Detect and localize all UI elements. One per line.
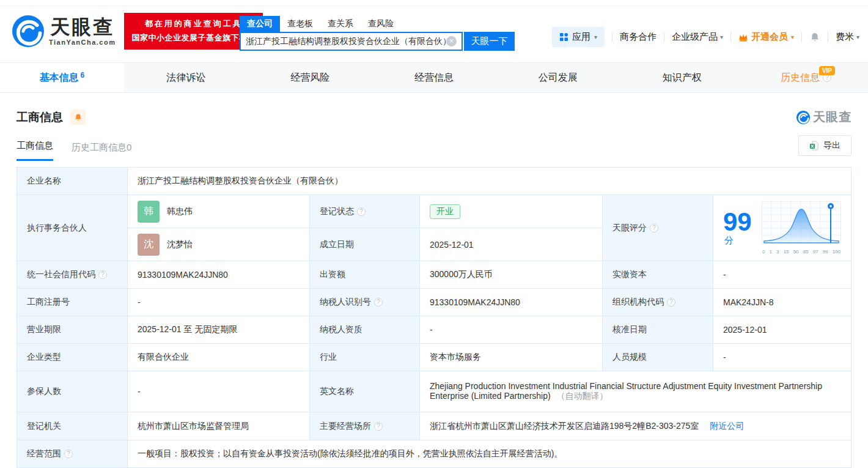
english-name-cell: Zhejiang Production Investment Industria… [420, 371, 851, 412]
score-label-cell: 天眼评分 ? [603, 195, 713, 261]
partner-cell: 沈 沈梦怡 [128, 228, 310, 261]
insured-value: - [128, 371, 310, 412]
vip-badge: VIP [819, 66, 835, 75]
app-grid-icon [559, 32, 568, 42]
excel-icon [809, 141, 819, 150]
search-tab-boss[interactable]: 查老板 [280, 16, 320, 32]
status-badge: 开业 [430, 204, 460, 219]
nav-divider [828, 32, 828, 42]
tab-count-badge: 6 [81, 71, 85, 80]
scope-label-cell: 经营范围 ? [17, 440, 128, 468]
english-name-value: Zhejiang Production Investment Industria… [430, 381, 822, 401]
table-row: 营业期限 2025-12-01 至 无固定期限 纳税人资质 - 核准日期 202… [17, 316, 851, 344]
slogan-line1: 都在用的商业查询工具 [131, 17, 256, 31]
clear-search-icon[interactable]: × [446, 36, 457, 46]
help-icon[interactable]: ? [64, 450, 73, 458]
partner-name[interactable]: 韩忠伟 [167, 206, 193, 217]
help-icon[interactable]: ? [374, 422, 383, 431]
taxpayer-id-label-cell: 纳税人识别号 ? [310, 289, 420, 316]
tianyancha-logo-icon [796, 111, 810, 124]
score-number: 99分 [723, 209, 753, 247]
tab-intellectual-property[interactable]: 知识产权 [620, 63, 744, 92]
subtab-business-info[interactable]: 工商信息 [17, 140, 53, 161]
apps-menu-button[interactable]: 应用 ▾ [552, 27, 605, 47]
table-row: 企业名称 浙江产投工融结构调整股权投资合伙企业（有限合伙） [17, 168, 851, 195]
taxpayer-id-value: 91330109MAK24JJN80 [420, 289, 603, 316]
score-value-cell: 99分 [713, 195, 851, 261]
table-row: 统一社会信用代码 ? 91330109MAK24JJN80 出资额 300000… [17, 261, 851, 289]
nav-divider [801, 32, 802, 42]
credit-code-label: 统一社会信用代码 [27, 269, 95, 280]
search-button[interactable]: 天眼一下 [464, 32, 515, 51]
search-box: × [240, 32, 463, 51]
help-icon[interactable]: ? [667, 298, 675, 306]
avatar[interactable]: 韩 [138, 201, 160, 223]
taxpayer-quality-value: - [420, 316, 603, 344]
chart-x-ticks: 01 315 5085 9799 100 [762, 249, 841, 254]
business-term-label: 营业期限 [17, 316, 128, 344]
tab-legal-lawsuits[interactable]: 法律诉讼 [124, 63, 248, 92]
top-divider [0, 0, 868, 6]
approval-date-label: 核准日期 [603, 316, 713, 344]
org-code-label-cell: 组织机构代码 ? [603, 289, 713, 316]
chevron-down-icon: ▾ [594, 34, 597, 40]
status-value-cell: 开业 [420, 195, 603, 228]
chevron-down-icon: ▾ [856, 34, 859, 40]
staff-size-value: - [713, 344, 851, 371]
scope-value: 一般项目：股权投资；以自有资金从事投资活动(除依法须经批准的项目外，凭营业执照依… [128, 440, 851, 468]
taxpayer-quality-label: 纳税人资质 [310, 316, 420, 344]
nav-enterprise-products[interactable]: 企业级产品 ▾ [672, 31, 723, 43]
top-nav: 应用 ▾ 商务合作 企业级产品 ▾ 开通会员 ▾ 费米 [552, 27, 859, 47]
tianyancha-logo-icon [12, 15, 44, 47]
help-icon[interactable]: ? [650, 224, 658, 232]
avatar[interactable]: 沈 [138, 234, 160, 256]
score-label: 天眼评分 [612, 223, 647, 234]
notification-bell-button[interactable] [809, 32, 820, 43]
export-button[interactable]: 导出 [798, 135, 851, 156]
search-input[interactable] [246, 37, 446, 46]
business-term-value: 2025-12-01 至 无固定期限 [128, 316, 310, 344]
search-tab-relation[interactable]: 查关系 [320, 16, 361, 32]
tab-basic-info[interactable]: 基本信息 6 [0, 63, 124, 92]
partner-name[interactable]: 沈梦怡 [167, 239, 193, 250]
table-row: 工商注册号 - 纳税人识别号 ? 91330109MAK24JJN80 组织机构… [17, 289, 851, 316]
help-icon[interactable]: ? [357, 207, 366, 216]
nearby-companies-link[interactable]: 附近公司 [710, 421, 744, 431]
business-info-table: 企业名称 浙江产投工融结构调整股权投资合伙企业（有限合伙） 执行事务合伙人 韩 … [17, 167, 851, 468]
site-logo[interactable]: 天眼查 TianYanCha.com [12, 15, 116, 47]
company-name-value: 浙江产投工融结构调整股权投资合伙企业（有限合伙） [128, 168, 851, 195]
nav-divider [612, 32, 612, 42]
help-icon[interactable]: ? [98, 270, 107, 279]
partner-cell: 韩 韩忠伟 [128, 195, 310, 228]
registry-label: 登记机关 [17, 412, 128, 440]
tab-operating-risk[interactable]: 经营风险 [248, 63, 372, 92]
tab-history-info[interactable]: VIP 历史信息 ? [744, 63, 868, 92]
address-label: 主要经营场所 [320, 421, 371, 432]
credit-code-label-cell: 统一社会信用代码 ? [17, 261, 128, 289]
user-menu[interactable]: 费米 ▾ [836, 31, 859, 43]
search-tab-company[interactable]: 查公司 [240, 16, 280, 32]
help-icon[interactable]: ? [374, 298, 383, 306]
monitor-bell-button[interactable] [70, 110, 86, 125]
bell-icon [809, 32, 820, 43]
chevron-down-icon: ▾ [720, 34, 723, 40]
open-vip-button[interactable]: 开通会员 ▾ [738, 31, 794, 43]
chevron-down-icon: ▾ [791, 34, 794, 40]
export-label: 导出 [823, 140, 840, 151]
business-info-section: 工商信息 天眼查 工商信息 历史工商信息0 导出 [0, 109, 868, 468]
search-tab-risk[interactable]: 查风险 [361, 16, 401, 32]
established-label: 成立日期 [310, 228, 420, 261]
org-code-label: 组织机构代码 [612, 297, 664, 308]
nav-business-cooperation[interactable]: 商务合作 [620, 31, 657, 43]
username: 费米 [836, 31, 854, 43]
subtab-row: 工商信息 历史工商信息0 导出 [17, 140, 851, 161]
table-row: 经营范围 ? 一般项目：股权投资；以自有资金从事投资活动(除依法须经批准的项目外… [17, 440, 851, 468]
subtab-history-business-info[interactable]: 历史工商信息0 [72, 142, 131, 161]
tab-operating-info[interactable]: 经营信息 [372, 63, 496, 92]
paidin-capital-value: - [713, 261, 851, 289]
credit-code-value: 91330109MAK24JJN80 [128, 261, 310, 289]
vip-label: 开通会员 [751, 31, 788, 43]
tab-company-development[interactable]: 公司发展 [496, 63, 620, 92]
reg-number-label: 工商注册号 [17, 289, 128, 316]
search-tabs: 查公司 查老板 查关系 查风险 [240, 16, 515, 32]
